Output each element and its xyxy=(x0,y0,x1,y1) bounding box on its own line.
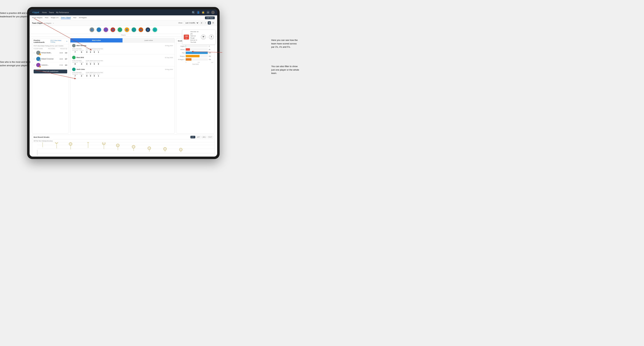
grid-line-1 xyxy=(38,145,214,145)
bell-icon[interactable]: 🔔 xyxy=(202,11,205,14)
period-select[interactable]: Last 3 months Last 6 months Last year xyxy=(184,21,199,24)
practice-dropdown[interactable]: PUTT Must Make Putting... ▾ xyxy=(50,40,67,43)
shot-circle-2: 0 yds xyxy=(209,35,214,39)
nav-my-performance[interactable]: My Performance xyxy=(56,11,69,13)
player-avatar-1[interactable]: 👤 xyxy=(89,27,94,32)
streaks-tabs: OTT APP ARG PUTT xyxy=(190,136,213,138)
gold-badge: 1 xyxy=(39,53,41,55)
birdies-value: 96 xyxy=(209,49,213,50)
pac-stats-2: Total Rounds Tournament 8 Practice 4 xyxy=(72,60,173,65)
bogeys-value: 311 xyxy=(209,55,213,57)
shot-info: Shot Dist: 16 yds Start Lie: Rough End L… xyxy=(190,31,200,43)
nav-teams[interactable]: Teams xyxy=(49,11,54,13)
end-lie: End Lie: In The Hole xyxy=(190,39,200,43)
lb-avatar-1: 1 xyxy=(36,51,40,55)
streak-point-8: 4x xyxy=(148,148,151,153)
streak-point-5: 5x xyxy=(102,146,105,153)
lb-col-headers: PLAYER NAME PB SCORE PB AVG SQ xyxy=(32,47,68,50)
practice-activities-group-2: Total Practice Activities OTT 0 APP 0 xyxy=(86,60,103,65)
table-row[interactable]: 2 2 Edward Crossman 18/20 107 xyxy=(32,56,68,62)
streak-stem-3 xyxy=(70,146,71,149)
table-row[interactable]: 1 1 Richard Butler... 19/20 110 xyxy=(32,50,68,56)
practice-leaderboards-panel: Practice Leaderboards PUTT Must Make Put… xyxy=(32,38,69,134)
arrow-separator: → xyxy=(206,36,208,38)
edit-icon[interactable]: ✏ xyxy=(53,22,54,24)
player-avatar-8[interactable]: 👤 xyxy=(138,27,144,32)
streak-point-3: 6x xyxy=(69,146,72,153)
pac-stats-1: Total Rounds Tournament 7 Practice 6 xyxy=(72,48,173,53)
nav-team-clippd[interactable]: Team Clippd xyxy=(61,16,71,19)
player-avatar-6[interactable]: 👤 xyxy=(124,27,130,32)
nav-pga[interactable]: PGA xyxy=(45,16,48,19)
tab-putt[interactable]: PUTT xyxy=(208,136,213,138)
lb-avg-2: 107 xyxy=(65,58,67,60)
view-icons: ⊞ ≡ ▦ ≣ xyxy=(200,21,215,24)
grid-view-icon[interactable]: ⊞ xyxy=(200,21,203,24)
pac-avatar-2 xyxy=(72,56,76,59)
tab-least-active[interactable]: Least Active xyxy=(122,38,175,42)
streak-bubble-5: 5x xyxy=(102,142,105,145)
streak-point-10: 3x xyxy=(179,149,182,153)
nav-home[interactable]: Home xyxy=(42,11,47,13)
eagles-label: Eagles xyxy=(178,45,185,47)
player-avatar-9[interactable]: 👤 xyxy=(145,27,150,32)
streaks-title: Best Round Streaks xyxy=(34,136,49,138)
tab-ott[interactable]: OTT xyxy=(190,136,195,138)
streak-point-1: 7x xyxy=(41,144,44,153)
streak-point-6: 4x xyxy=(116,147,119,153)
player-avatar-4[interactable]: 👤 xyxy=(110,27,116,32)
streak-stem-7 xyxy=(134,148,134,151)
streak-stem-4 xyxy=(88,143,88,148)
shot-dist: Shot Dist: 16 yds xyxy=(190,31,200,35)
view-full-leaderboard-button[interactable]: View Full Leaderboard xyxy=(34,70,67,73)
streak-stem-5 xyxy=(104,145,104,149)
total-rounds-group-2: Total Rounds Tournament 8 Practice 4 xyxy=(72,60,84,65)
search-icon[interactable]: 🔍 xyxy=(192,11,195,14)
pac-player-3: Josh Coles xyxy=(72,68,85,71)
show-filter: Show: Last 3 months Last 6 months Last y… xyxy=(178,21,215,24)
pac-player-2: Rees Britt xyxy=(72,56,84,59)
player-avatar-5[interactable]: 👤 xyxy=(117,27,122,32)
table-row[interactable]: 3 3 Cameron... 17/20 103 xyxy=(32,62,68,68)
chart-row-pars: Pars 499 xyxy=(178,51,213,54)
pars-bar-container xyxy=(186,51,208,54)
pac-stats-3: Total Rounds Tournament 7 Practice 2 xyxy=(72,72,173,77)
tab-most-active[interactable]: Most Active xyxy=(70,38,122,42)
list-view-icon[interactable]: ≡ xyxy=(204,21,207,24)
pac-date-3: 26 Aug 2023 xyxy=(165,69,173,70)
lb-avatar-3: 3 xyxy=(36,63,40,67)
nav-all-players[interactable]: All Players xyxy=(79,16,86,19)
y-axis-label: % Fairway Accuracy xyxy=(37,150,38,156)
tab-arg[interactable]: ARG xyxy=(202,136,207,138)
user-avatar[interactable] xyxy=(211,11,215,14)
player-avatar-3[interactable]: 👤 xyxy=(103,27,108,32)
secondary-navigation: PGAT Players PGA Hcaps 1-5 Team Clippd T… xyxy=(30,15,217,20)
streak-stem-9 xyxy=(165,151,165,152)
card-view-icon[interactable]: ▦ xyxy=(208,21,211,24)
list-item: Blair McHarg 26 Aug 2023 Total Rounds To… xyxy=(70,43,175,54)
grid-line-2 xyxy=(38,149,214,149)
streaks-subtitle: Off The Tee, Fairway Accuracy xyxy=(32,140,214,142)
tab-app[interactable]: APP xyxy=(196,136,201,138)
eagles-value: 3 xyxy=(209,45,213,47)
nav-hcaps[interactable]: Hcaps 1-5 xyxy=(51,16,58,19)
nav-tour[interactable]: Tour xyxy=(73,16,76,19)
streaks-section: Best Round Streaks OTT APP ARG PUTT Off … xyxy=(30,134,217,157)
settings-icon[interactable]: ⚙ xyxy=(206,11,210,14)
people-icon[interactable]: 👤 xyxy=(196,11,200,14)
player-avatar-10[interactable]: 👤 xyxy=(152,27,158,32)
add-team-button[interactable]: Add Team xyxy=(205,16,215,19)
lb-subtitle: PUTT Must Make Putting (3-6 ft), Last 3 … xyxy=(32,44,68,47)
start-lie: Start Lie: Rough xyxy=(190,35,200,39)
streak-stem-2 xyxy=(56,144,57,148)
pac-name-1: Blair McHarg xyxy=(76,45,86,46)
streak-bubble-9: 3x xyxy=(164,147,166,151)
top-navigation: clippd Home Teams My Performance 🔍 👤 🔔 ⚙ xyxy=(30,9,217,15)
tablet-screen: clippd Home Teams My Performance 🔍 👤 🔔 ⚙… xyxy=(30,9,217,157)
detail-view-icon[interactable]: ≣ xyxy=(212,21,215,24)
streak-stem-8 xyxy=(149,150,150,152)
lb-score-2: 18/20 xyxy=(60,58,63,60)
chart-row-eagles: Eagles 3 xyxy=(178,45,213,47)
player-avatar-2[interactable]: 👤 xyxy=(96,27,102,32)
player-avatar-7[interactable]: 👤 xyxy=(131,27,136,32)
